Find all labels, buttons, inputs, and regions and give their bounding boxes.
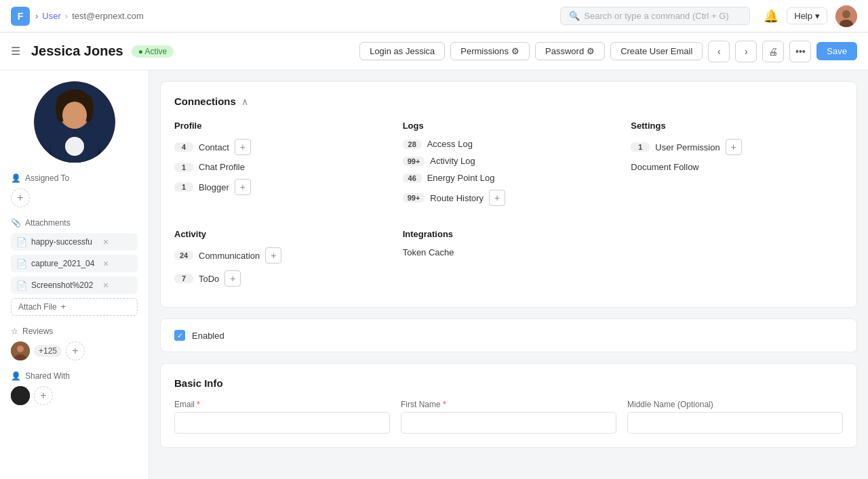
breadcrumb-email: test@erpnext.com [72,11,144,21]
remove-attachment-button[interactable]: × [103,258,108,269]
status-badge: ● Active [132,45,174,58]
conn-add-button[interactable]: + [224,270,241,287]
conn-label[interactable]: Blogger [199,182,229,192]
conn-badge: 28 [403,140,422,149]
conn-add-button[interactable]: + [235,139,251,155]
add-shared-button[interactable]: + [34,386,53,405]
conn-label[interactable]: Document Follow [631,162,698,172]
file-icon: 📄 [16,280,27,291]
add-assignee-button[interactable]: + [11,188,30,207]
conn-label[interactable]: User Permission [655,142,719,152]
prev-button[interactable]: ‹ [708,41,730,62]
assigned-to-label: 👤 Assigned To [11,173,138,183]
remove-attachment-button[interactable]: × [103,236,108,247]
connections-card: Connections ∧ Profile 4 Contact + 1 [160,81,857,308]
conn-label[interactable]: Activity Log [430,156,475,166]
remove-attachment-button[interactable]: × [103,280,108,291]
email-label: Email * [174,400,390,409]
conn-add-button[interactable]: + [235,179,251,195]
conn-label[interactable]: Route History [430,193,484,203]
user-avatar[interactable] [835,5,857,27]
reviews-avatars: +125 + [11,341,138,360]
conn-label[interactable]: Chat Profile [199,162,245,172]
conn-item-blogger: 1 Blogger + [174,179,387,195]
conn-badge: 4 [174,142,193,152]
first-name-group: First Name * [401,400,616,434]
middle-name-group: Middle Name (Optional) [627,400,843,434]
email-input[interactable] [174,412,390,434]
paperclip-icon: 📎 [11,218,21,228]
profile-section-title: Profile [174,121,387,131]
app-logo[interactable]: F [11,7,30,26]
page: ☰ Jessica Jones ● Active Login as Jessic… [0,33,868,479]
conn-item-route: 99+ Route History + [403,190,615,206]
sidebar: 👤 Assigned To + 📎 Attachments 📄 happy-su… [0,70,149,479]
search-bar[interactable]: 🔍 Search or type a command (Ctrl + G) [560,7,750,25]
profile-avatar-image [34,81,115,163]
conn-label[interactable]: Access Log [427,139,473,149]
permissions-button[interactable]: Permissions ⚙ [450,42,530,60]
conn-label[interactable]: ToDo [199,274,219,284]
shared-avatars: + [11,386,138,405]
help-button[interactable]: Help ▾ [787,7,827,24]
conn-badge: 7 [174,274,193,283]
notification-icon[interactable]: 🔔 [764,9,778,24]
shared-with-section: 👤 Shared With + [11,371,138,405]
conn-label[interactable]: Communication [199,251,260,261]
collapse-icon[interactable]: ∧ [241,96,248,107]
conn-badge: 99+ [403,157,425,166]
conn-label[interactable]: Contact [199,142,229,152]
avatar-image [835,5,857,27]
search-placeholder: Search or type a command (Ctrl + G) [584,11,729,21]
enabled-checkbox[interactable]: ✓ [174,330,185,341]
conn-add-button[interactable]: + [726,139,742,155]
more-button[interactable]: ••• [789,41,811,62]
activity-section-title: Activity [174,229,387,239]
conn-badge: 99+ [403,193,425,203]
conn-item-chat: 1 Chat Profile [174,162,387,172]
attach-file-button[interactable]: Attach File + [11,298,138,316]
chevron-down-icon: ▾ [815,11,820,21]
conn-badge: 1 [631,142,650,152]
content-area: Connections ∧ Profile 4 Contact + 1 [149,70,868,479]
activity-integrations-grid: Activity 24 Communication + 7 ToDo + [174,229,843,293]
next-button[interactable]: › [735,41,757,62]
conn-item-contact: 4 Contact + [174,139,387,155]
basic-info-title: Basic Info [174,377,843,389]
basic-info-form-row: Email * First Name * Middle Name (O [174,400,843,434]
conn-label[interactable]: Token Cache [403,247,454,257]
conn-badge: 1 [174,182,193,192]
conn-item-access: 28 Access Log [403,139,615,149]
integrations-section-title: Integrations [403,229,615,239]
logs-section-title: Logs [403,121,615,131]
add-review-button[interactable]: + [66,341,85,360]
assigned-to-section: 👤 Assigned To + [11,173,138,207]
status-dot: ● [138,47,145,56]
print-button[interactable]: 🖨 [762,41,784,62]
hamburger-icon[interactable]: ☰ [11,45,20,58]
reviews-section: ☆ Reviews +125 + [11,327,138,360]
connections-grid: Profile 4 Contact + 1 Chat Profile 1 [174,121,843,213]
password-button[interactable]: Password ⚙ [535,42,605,60]
permissions-chevron-icon: ⚙ [511,46,519,56]
main-content: 👤 Assigned To + 📎 Attachments 📄 happy-su… [0,70,868,479]
svg-point-12 [65,137,84,156]
basic-info-card: Basic Info Email * First Name * [160,363,857,448]
page-title: Jessica Jones [31,43,123,59]
attachment-item: 📄 Screenshot%202 × [11,276,138,294]
conn-add-button[interactable]: + [489,190,505,206]
middle-name-input[interactable] [627,412,843,434]
attachment-name: capture_2021_04 [31,259,99,268]
connections-header: Connections ∧ [174,96,843,107]
conn-add-button[interactable]: + [265,247,281,264]
create-user-email-button[interactable]: Create User Email [610,42,703,60]
shared-with-label: 👤 Shared With [11,371,138,381]
breadcrumb-user[interactable]: User [42,11,60,21]
conn-item-activity: 99+ Activity Log [403,156,615,166]
attachment-name: Screenshot%202 [31,280,99,290]
conn-badge: 24 [174,251,193,260]
login-as-button[interactable]: Login as Jessica [359,42,445,60]
save-button[interactable]: Save [816,42,857,60]
conn-label[interactable]: Energy Point Log [427,173,495,183]
first-name-input[interactable] [401,412,616,434]
